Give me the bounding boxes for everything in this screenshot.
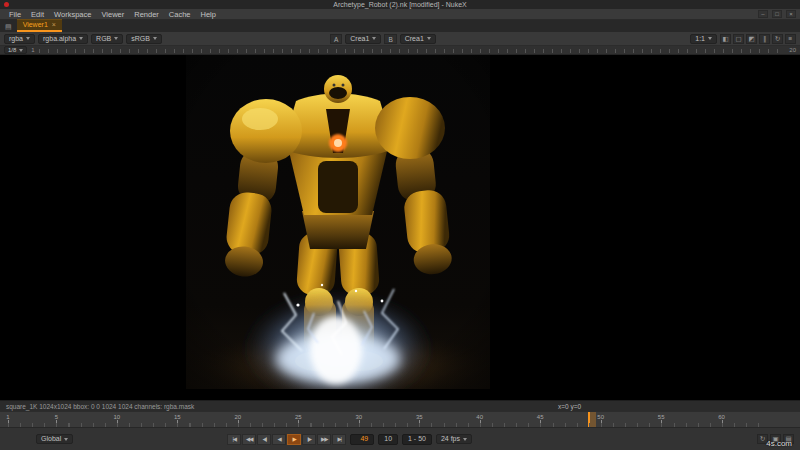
- menu-help[interactable]: Help: [196, 10, 221, 19]
- play-backward-button[interactable]: ◀: [272, 434, 286, 445]
- tab-viewer1[interactable]: Viewer1 ×: [17, 19, 62, 32]
- tab-viewer1-label: Viewer1: [23, 20, 48, 30]
- frame-range-mode-label: Global: [41, 435, 61, 443]
- menu-render[interactable]: Render: [129, 10, 164, 19]
- viewer-icon-row: ◧▢◩∥↻≡: [720, 34, 796, 44]
- rendered-frame: [186, 55, 490, 389]
- tab-close-icon[interactable]: ×: [52, 20, 56, 30]
- input-a-value: Crea1: [350, 35, 369, 43]
- viewer-toolbar-right: 1:1 ◧▢◩∥↻≡: [690, 34, 796, 44]
- menu-viewer[interactable]: Viewer: [96, 10, 129, 19]
- chevron-down-icon: [79, 37, 83, 40]
- minimize-button[interactable]: –: [758, 10, 768, 18]
- goto-start-button[interactable]: |◀: [227, 434, 241, 445]
- viewer-toolbar: rgba rgba.alpha RGB sRGB A Crea1 B Crea1…: [0, 32, 800, 46]
- colorspace-label: sRGB: [131, 35, 150, 43]
- alpha-channel-label: rgba.alpha: [43, 35, 76, 43]
- display-mode-dropdown[interactable]: RGB: [91, 34, 123, 44]
- nukex-window: Archetype_Robot (2).nk [modified] - Nuke…: [0, 0, 800, 450]
- input-b-value: Crea1: [405, 35, 424, 43]
- proxy-bar: 1/8 1 20: [0, 46, 800, 55]
- cursor-position: x=0 y=0: [558, 403, 581, 410]
- play-backward-fast-button[interactable]: ◀◀: [242, 434, 256, 445]
- ab-input-group: A Crea1 B Crea1: [330, 34, 436, 44]
- chevron-down-icon: [708, 37, 712, 40]
- step-forward-button[interactable]: |▶: [302, 434, 316, 445]
- menubar-items: FileEditWorkspaceViewerRenderCacheHelp: [4, 10, 221, 19]
- pause-updates-icon[interactable]: ∥: [759, 34, 770, 44]
- chevron-down-icon: [19, 49, 23, 52]
- viewer-info-bar: square_1K 1024x1024 bbox: 0 0 1024 1024 …: [0, 400, 800, 411]
- channels-label: rgba: [9, 35, 23, 43]
- display-mode-label: RGB: [96, 35, 111, 43]
- timeline-ruler[interactable]: 151015202530354045505560: [0, 411, 800, 427]
- input-a-dropdown[interactable]: Crea1: [345, 34, 381, 44]
- colorspace-dropdown[interactable]: sRGB: [126, 34, 162, 44]
- downrez-dropdown[interactable]: 1/8: [4, 46, 27, 54]
- transport-cluster: |◀◀◀◀|◀▶|▶▶▶▶| 49 10 1 - 50 24 fps: [227, 434, 472, 445]
- fps-dropdown[interactable]: 24 fps: [436, 434, 472, 444]
- wipe-mode-icon[interactable]: ◧: [720, 34, 731, 44]
- strip-end-label: 20: [789, 47, 796, 53]
- tabstrip: ▤ Viewer1 ×: [0, 20, 800, 32]
- current-frame-field[interactable]: 49: [350, 434, 374, 445]
- channels-dropdown[interactable]: rgba: [4, 34, 35, 44]
- roi-icon[interactable]: ▢: [733, 34, 744, 44]
- menu-cache[interactable]: Cache: [164, 10, 196, 19]
- window-title: Archetype_Robot (2).nk [modified] - Nuke…: [333, 1, 466, 8]
- chevron-down-icon: [114, 37, 118, 40]
- input-b-dropdown[interactable]: Crea1: [400, 34, 436, 44]
- format-info: square_1K 1024x1024 bbox: 0 0 1024 1024 …: [6, 403, 194, 410]
- window-controls: –□×: [758, 10, 796, 18]
- step-back-button[interactable]: ◀|: [257, 434, 271, 445]
- transport-bar: Global |◀◀◀◀|◀▶|▶▶▶▶| 49 10 1 - 50 24 fp…: [0, 427, 800, 450]
- maximize-button[interactable]: □: [772, 10, 782, 18]
- chevron-down-icon: [427, 37, 431, 40]
- input-a-label: A: [330, 34, 342, 44]
- viewer-canvas[interactable]: [0, 55, 800, 400]
- goto-end-button[interactable]: ▶|: [332, 434, 346, 445]
- zoom-level-dropdown[interactable]: 1:1: [690, 34, 717, 44]
- chevron-down-icon: [26, 37, 30, 40]
- strip-start-label: 1: [31, 47, 34, 53]
- playhead[interactable]: [588, 412, 596, 427]
- alpha-channel-dropdown[interactable]: rgba.alpha: [38, 34, 88, 44]
- robot-render-image: [186, 55, 490, 389]
- chevron-down-icon: [64, 438, 68, 441]
- menu-edit[interactable]: Edit: [26, 10, 49, 19]
- chevron-down-icon: [463, 438, 467, 441]
- frame-increment-field[interactable]: 10: [378, 434, 398, 445]
- refresh-icon[interactable]: ↻: [772, 34, 783, 44]
- transport-buttons: |◀◀◀◀|◀▶|▶▶▶▶|: [227, 434, 346, 445]
- viewer-frame-strip[interactable]: [39, 49, 786, 53]
- menubar: FileEditWorkspaceViewerRenderCacheHelp –…: [0, 9, 800, 20]
- fps-label: 24 fps: [441, 435, 460, 443]
- play-forward-button[interactable]: ▶: [287, 434, 301, 445]
- menu-workspace[interactable]: Workspace: [49, 10, 96, 19]
- pane-menu-icon[interactable]: ▤: [3, 22, 14, 32]
- record-indicator-icon: [4, 2, 9, 7]
- downrez-label: 1/8: [8, 46, 16, 54]
- zoom-level-label: 1:1: [695, 35, 705, 43]
- frame-range-field[interactable]: 1 - 50: [402, 434, 432, 445]
- ruler-scale[interactable]: 151015202530354045505560: [8, 412, 770, 427]
- proxy-toggle-icon[interactable]: ◩: [746, 34, 757, 44]
- titlebar: Archetype_Robot (2).nk [modified] - Nuke…: [0, 0, 800, 9]
- frame-range-mode-dropdown[interactable]: Global: [36, 434, 73, 444]
- chevron-down-icon: [153, 37, 157, 40]
- menu-file[interactable]: File: [4, 10, 26, 19]
- watermark: 4s.com: [766, 439, 792, 448]
- play-forward-fast-button[interactable]: ▶▶: [317, 434, 331, 445]
- close-button[interactable]: ×: [786, 10, 796, 18]
- input-b-label: B: [384, 34, 396, 44]
- viewer-settings-icon[interactable]: ≡: [785, 34, 796, 44]
- chevron-down-icon: [372, 37, 376, 40]
